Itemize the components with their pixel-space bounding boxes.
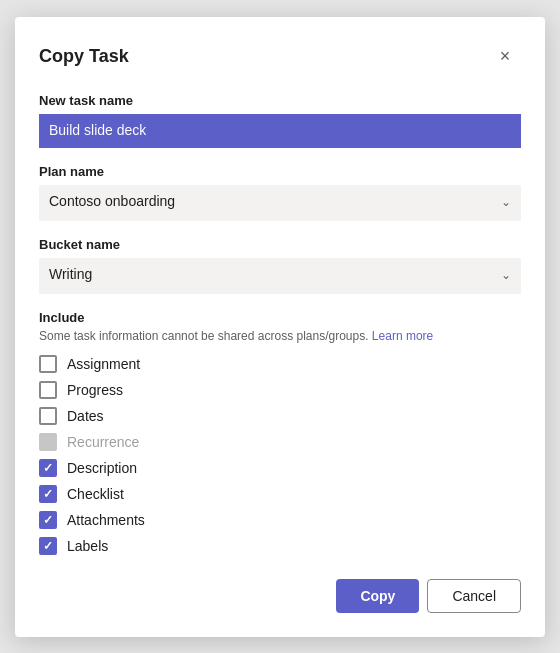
checkbox-item-recurrence: Recurrence xyxy=(39,433,521,451)
plan-name-dropdown[interactable]: Contoso onboarding xyxy=(39,185,521,219)
checkbox-label-description: Description xyxy=(67,460,137,476)
task-name-field-group: New task name Build slide deck xyxy=(39,93,521,148)
checkbox-item-description[interactable]: ✓Description xyxy=(39,459,521,477)
checkbox-box-labels[interactable]: ✓ xyxy=(39,537,57,555)
checkbox-label-recurrence: Recurrence xyxy=(67,434,139,450)
checkbox-box-description[interactable]: ✓ xyxy=(39,459,57,477)
checkbox-list: AssignmentProgressDatesRecurrence✓Descri… xyxy=(39,355,521,555)
checkbox-item-progress[interactable]: Progress xyxy=(39,381,521,399)
task-name-input[interactable]: Build slide deck xyxy=(39,114,521,146)
checkbox-label-attachments: Attachments xyxy=(67,512,145,528)
bucket-name-dropdown-wrapper: Writing ⌄ xyxy=(39,258,521,294)
task-name-label: New task name xyxy=(39,93,521,108)
checkbox-item-dates[interactable]: Dates xyxy=(39,407,521,425)
checkbox-item-attachments[interactable]: ✓Attachments xyxy=(39,511,521,529)
checkbox-box-assignment[interactable] xyxy=(39,355,57,373)
plan-name-label: Plan name xyxy=(39,164,521,179)
checkbox-box-dates[interactable] xyxy=(39,407,57,425)
include-note-text: Some task information cannot be shared a… xyxy=(39,329,369,343)
learn-more-link[interactable]: Learn more xyxy=(372,329,433,343)
checkbox-item-checklist[interactable]: ✓Checklist xyxy=(39,485,521,503)
copy-button[interactable]: Copy xyxy=(336,579,419,613)
dialog-header: Copy Task × xyxy=(39,41,521,73)
task-name-input-wrapper: Build slide deck xyxy=(39,114,521,148)
include-section: Include Some task information cannot be … xyxy=(39,310,521,555)
checkbox-label-labels: Labels xyxy=(67,538,108,554)
bucket-name-label: Bucket name xyxy=(39,237,521,252)
plan-name-field-group: Plan name Contoso onboarding ⌄ xyxy=(39,164,521,221)
dialog-overlay: Copy Task × New task name Build slide de… xyxy=(0,0,560,653)
checkbox-label-checklist: Checklist xyxy=(67,486,124,502)
include-note: Some task information cannot be shared a… xyxy=(39,329,521,343)
dialog-footer: Copy Cancel xyxy=(39,579,521,613)
checkbox-box-progress[interactable] xyxy=(39,381,57,399)
copy-task-dialog: Copy Task × New task name Build slide de… xyxy=(15,17,545,637)
checkbox-item-labels[interactable]: ✓Labels xyxy=(39,537,521,555)
checkbox-box-checklist[interactable]: ✓ xyxy=(39,485,57,503)
cancel-button[interactable]: Cancel xyxy=(427,579,521,613)
close-button[interactable]: × xyxy=(489,41,521,73)
checkbox-box-recurrence xyxy=(39,433,57,451)
checkbox-label-progress: Progress xyxy=(67,382,123,398)
checkbox-item-assignment[interactable]: Assignment xyxy=(39,355,521,373)
checkbox-label-assignment: Assignment xyxy=(67,356,140,372)
dialog-title: Copy Task xyxy=(39,46,129,67)
checkbox-label-dates: Dates xyxy=(67,408,104,424)
bucket-name-field-group: Bucket name Writing ⌄ xyxy=(39,237,521,294)
checkbox-box-attachments[interactable]: ✓ xyxy=(39,511,57,529)
bucket-name-dropdown[interactable]: Writing xyxy=(39,258,521,292)
plan-name-dropdown-wrapper: Contoso onboarding ⌄ xyxy=(39,185,521,221)
include-label: Include xyxy=(39,310,521,325)
